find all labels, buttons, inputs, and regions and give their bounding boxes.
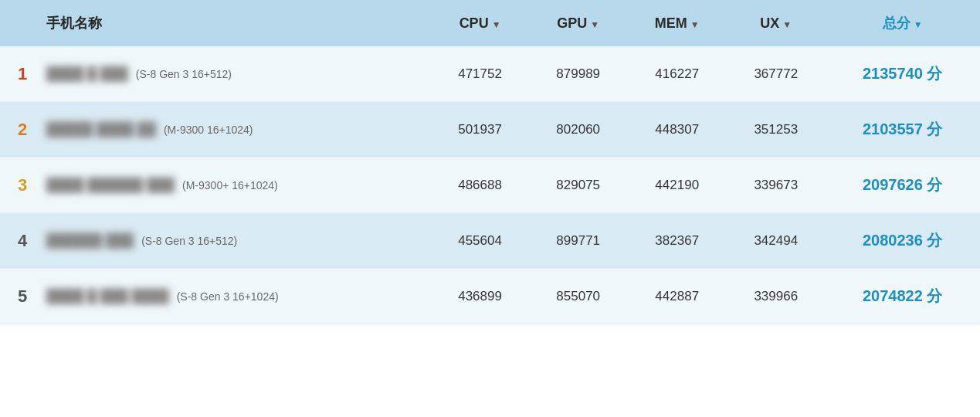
col-header-mem[interactable]: MEM▼ (627, 0, 727, 46)
rank-cell: 4 (0, 213, 39, 269)
rank-cell: 2 (0, 102, 39, 158)
gpu-sort-icon: ▼ (590, 19, 599, 30)
ux-sort-icon: ▼ (782, 19, 792, 30)
table-header-row: 手机名称 CPU▼ GPU▼ MEM▼ UX▼ 总分▼ (0, 0, 980, 46)
leaderboard-table: 手机名称 CPU▼ GPU▼ MEM▼ UX▼ 总分▼ (0, 0, 980, 324)
ux-score: 367772 (727, 46, 825, 102)
cpu-score: 455604 (431, 213, 529, 269)
phone-spec: (S-8 Gen 3 16+512) (141, 235, 237, 247)
mem-sort-icon: ▼ (690, 19, 700, 30)
ux-score: 351253 (727, 102, 825, 158)
mem-score: 448307 (627, 102, 727, 158)
total-score: 2080236 分 (825, 213, 980, 269)
phone-name-blurred: ████ █ ███ (46, 66, 128, 82)
phone-name-cell: █████ ████ ██ (M-9300 16+1024) (39, 102, 431, 158)
total-sort-icon: ▼ (914, 19, 923, 30)
rank-cell: 3 (0, 158, 39, 213)
col-header-name: 手机名称 (0, 0, 431, 46)
phone-name-cell: ██████ ███ (S-8 Gen 3 16+512) (39, 213, 431, 269)
phone-name-blurred: ██████ ███ (46, 233, 134, 249)
phone-spec: (S-8 Gen 3 16+1024) (177, 290, 279, 303)
table-row[interactable]: 1 ████ █ ███ (S-8 Gen 3 16+512) 471752 8… (0, 46, 980, 102)
table-row[interactable]: 5 ████ █ ███ ████ (S-8 Gen 3 16+1024) 43… (0, 269, 980, 324)
ux-score: 339966 (727, 269, 825, 324)
col-header-ux[interactable]: UX▼ (727, 0, 825, 46)
cpu-score: 486688 (431, 158, 529, 213)
total-score: 2097626 分 (825, 158, 980, 213)
ux-score: 342494 (727, 213, 825, 269)
phone-name-cell: ████ ██████ ███ (M-9300+ 16+1024) (39, 158, 431, 213)
gpu-score: 802060 (529, 102, 627, 158)
col-header-gpu[interactable]: GPU▼ (529, 0, 627, 46)
mem-score: 382367 (627, 213, 727, 269)
gpu-score: 879989 (529, 46, 627, 102)
phone-name-cell: ████ █ ███ (S-8 Gen 3 16+512) (39, 46, 431, 102)
col-header-total[interactable]: 总分▼ (825, 0, 980, 46)
gpu-score: 829075 (529, 158, 627, 213)
phone-spec: (S-8 Gen 3 16+512) (136, 68, 232, 80)
total-score: 2074822 分 (825, 269, 980, 324)
total-score: 2103557 分 (825, 102, 980, 158)
cpu-score: 471752 (431, 46, 529, 102)
phone-name-blurred: ████ █ ███ ████ (46, 289, 169, 304)
rank-cell: 1 (0, 46, 39, 102)
cpu-sort-icon: ▼ (492, 19, 501, 30)
cpu-score: 436899 (431, 269, 529, 324)
table-row[interactable]: 3 ████ ██████ ███ (M-9300+ 16+1024) 4866… (0, 158, 980, 213)
total-score: 2135740 分 (825, 46, 980, 102)
phone-spec: (M-9300+ 16+1024) (182, 179, 278, 192)
phone-name-blurred: ████ ██████ ███ (46, 178, 175, 193)
gpu-score: 855070 (529, 269, 627, 324)
col-header-cpu[interactable]: CPU▼ (431, 0, 529, 46)
mem-score: 416227 (627, 46, 727, 102)
cpu-score: 501937 (431, 102, 529, 158)
table-row[interactable]: 4 ██████ ███ (S-8 Gen 3 16+512) 455604 8… (0, 213, 980, 269)
rank-cell: 5 (0, 269, 39, 324)
mem-score: 442190 (627, 158, 727, 213)
ux-score: 339673 (727, 158, 825, 213)
gpu-score: 899771 (529, 213, 627, 269)
phone-spec: (M-9300 16+1024) (164, 124, 253, 136)
phone-name-cell: ████ █ ███ ████ (S-8 Gen 3 16+1024) (39, 269, 431, 324)
mem-score: 442887 (627, 269, 727, 324)
phone-name-blurred: █████ ████ ██ (46, 122, 156, 137)
table-row[interactable]: 2 █████ ████ ██ (M-9300 16+1024) 501937 … (0, 102, 980, 158)
